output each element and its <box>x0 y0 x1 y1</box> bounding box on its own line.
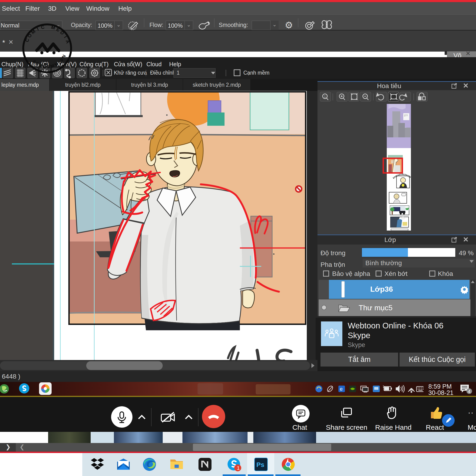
svg-text:E: E <box>47 64 50 69</box>
svg-text:Ps: Ps <box>256 461 264 468</box>
svg-text:e: e <box>340 386 343 392</box>
svg-text:.: . <box>57 60 61 65</box>
svg-text:4: 4 <box>468 389 470 394</box>
svg-text:1: 1 <box>177 70 180 76</box>
svg-text:E: E <box>55 27 61 33</box>
svg-text:3??: 3?? <box>404 114 408 117</box>
svg-text:Điều chỉnh: Điều chỉnh <box>150 70 175 76</box>
svg-text:D: D <box>43 64 47 69</box>
svg-text:Cạnh mềm: Cạnh mềm <box>243 70 269 76</box>
svg-text:1: 1 <box>237 465 240 471</box>
svg-text:Khử răng cưa: Khử răng cưa <box>114 70 147 76</box>
